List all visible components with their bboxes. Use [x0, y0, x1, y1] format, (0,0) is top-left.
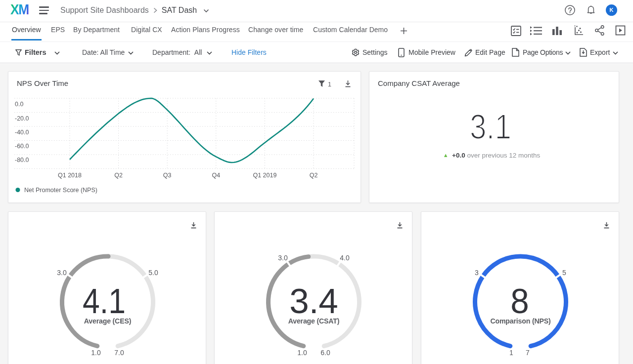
svg-text:3.0: 3.0 [278, 254, 288, 262]
svg-text:8: 8 [510, 281, 529, 321]
svg-text:Q1 2019: Q1 2019 [253, 172, 276, 179]
svg-text:1: 1 [509, 349, 513, 357]
svg-text:Q2: Q2 [310, 172, 318, 179]
svg-text:7: 7 [526, 349, 530, 357]
svg-text:6.0: 6.0 [320, 349, 330, 357]
svg-text:Q3: Q3 [163, 172, 172, 179]
svg-text:Average (CSAT): Average (CSAT) [288, 317, 340, 325]
svg-text:3.4: 3.4 [289, 282, 338, 321]
svg-text:3.0: 3.0 [57, 269, 67, 277]
svg-text:Average (CES): Average (CES) [84, 317, 132, 325]
svg-text:4.0: 4.0 [340, 254, 350, 262]
svg-text:Q4: Q4 [212, 172, 220, 179]
svg-text:1.0: 1.0 [297, 349, 307, 357]
svg-text:Q2: Q2 [114, 172, 123, 179]
svg-text:4.1: 4.1 [83, 281, 126, 321]
svg-text:3: 3 [475, 269, 479, 277]
svg-text:7.0: 7.0 [114, 349, 124, 357]
svg-text:5.0: 5.0 [148, 269, 158, 277]
svg-text:1.0: 1.0 [91, 349, 101, 357]
svg-text:-80.0: -80.0 [15, 157, 29, 163]
svg-text:0.0: 0.0 [15, 101, 23, 108]
svg-text:Q1 2018: Q1 2018 [58, 172, 82, 179]
svg-text:5: 5 [562, 269, 566, 277]
svg-text:-40.0: -40.0 [15, 129, 29, 136]
svg-text:Comparison (NPS): Comparison (NPS) [490, 317, 551, 325]
svg-text:-20.0: -20.0 [15, 115, 29, 122]
svg-text:-60.0: -60.0 [15, 143, 29, 150]
svg-text:Net Promoter Score (NPS): Net Promoter Score (NPS) [24, 187, 97, 194]
